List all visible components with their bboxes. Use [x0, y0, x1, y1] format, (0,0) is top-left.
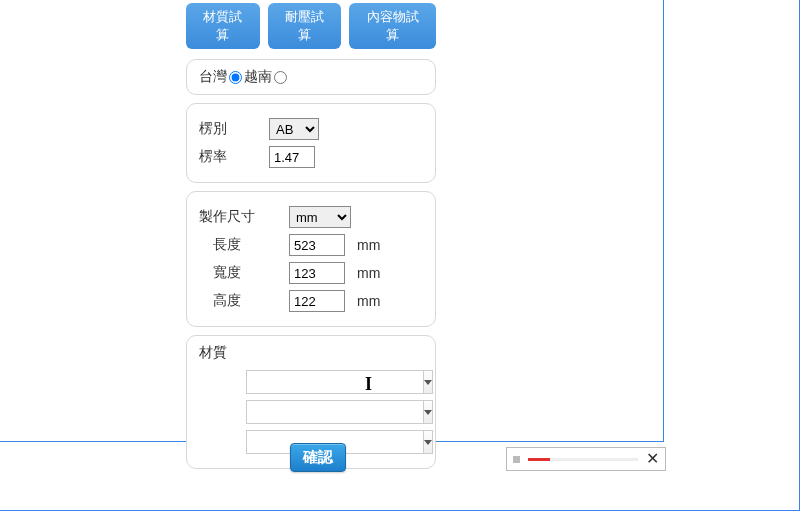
progress-bar[interactable] — [528, 458, 638, 461]
size-length-label: 長度 — [199, 236, 289, 254]
material-input-1[interactable] — [246, 370, 424, 394]
material-combo-3-btn[interactable] — [424, 430, 433, 454]
size-height-input[interactable] — [289, 290, 345, 312]
close-icon[interactable]: ✕ — [646, 451, 659, 467]
flute-rate-label: 楞率 — [199, 148, 269, 166]
material-combo-2[interactable] — [246, 400, 376, 424]
tab-pressure[interactable]: 耐壓試算 — [268, 3, 342, 49]
material-combo-2-btn[interactable] — [424, 400, 433, 424]
size-width-input[interactable] — [289, 262, 345, 284]
chevron-down-icon — [424, 380, 432, 385]
size-panel: 製作尺寸 mm 長度 mm 寬度 mm 高度 — [186, 191, 436, 327]
confirm-button[interactable]: 確認 — [290, 443, 346, 472]
stop-icon[interactable] — [513, 456, 520, 463]
flute-type-select[interactable]: AB — [269, 118, 319, 140]
material-title: 材質 — [199, 344, 423, 362]
size-height-unit: mm — [357, 293, 380, 309]
tab-content[interactable]: 內容物試算 — [349, 3, 436, 49]
media-player: ✕ — [506, 447, 666, 471]
size-length-unit: mm — [357, 237, 380, 253]
chevron-down-icon — [424, 440, 432, 445]
flute-panel: 楞別 AB 楞率 — [186, 103, 436, 183]
region-panel: 台灣 越南 — [186, 59, 436, 95]
size-length-input[interactable] — [289, 234, 345, 256]
progress-fill — [528, 458, 550, 461]
size-width-unit: mm — [357, 265, 380, 281]
size-height-label: 高度 — [199, 292, 289, 310]
size-width-label: 寬度 — [199, 264, 289, 282]
material-combo-1-btn[interactable] — [424, 370, 433, 394]
region-vietnam-label: 越南 — [244, 68, 272, 86]
material-input-2[interactable] — [246, 400, 424, 424]
region-vietnam-radio[interactable] — [274, 71, 287, 84]
size-unit-select[interactable]: mm — [289, 206, 351, 228]
region-taiwan-radio[interactable] — [229, 71, 242, 84]
flute-rate-input[interactable] — [269, 146, 315, 168]
region-taiwan-label: 台灣 — [199, 68, 227, 86]
tab-row: 材質試算 耐壓試算 內容物試算 — [186, 3, 436, 49]
flute-type-label: 楞別 — [199, 120, 269, 138]
material-combo-1[interactable] — [246, 370, 376, 394]
size-title: 製作尺寸 — [199, 208, 289, 226]
tab-material[interactable]: 材質試算 — [186, 3, 260, 49]
chevron-down-icon — [424, 410, 432, 415]
